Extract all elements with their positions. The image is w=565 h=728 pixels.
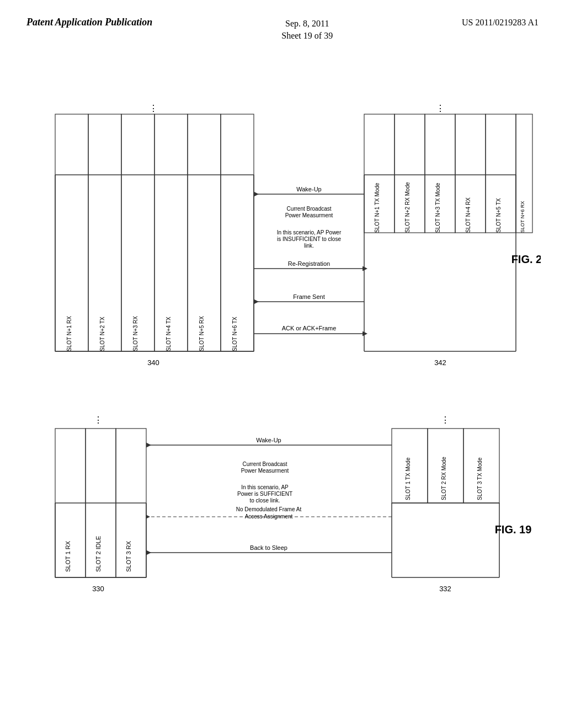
publication-title: Patent Application Publication — [26, 15, 152, 29]
svg-rect-28 — [221, 114, 254, 351]
svg-text:Access Assignment: Access Assignment — [245, 513, 293, 520]
re-reg-label: Re-Registration — [288, 260, 330, 267]
slotn4r-label: SLOT N+4 RX — [465, 197, 471, 232]
wakeup-label-20: Wake-Up — [296, 186, 321, 192]
svg-rect-23 — [55, 114, 88, 351]
frame-sent-label: Frame Sent — [293, 293, 324, 300]
svg-text:is INSUFFICIENT to close: is INSUFFICIENT to close — [277, 236, 341, 242]
svg-text:⋮: ⋮ — [94, 415, 103, 425]
cbpm-label-20: Current Broadcast — [286, 206, 331, 212]
svg-text:to close link.: to close link. — [249, 497, 280, 504]
slotn3-label: SLOT N+3 RX — [132, 315, 138, 351]
slotn5-label: SLOT N+5 RX — [199, 315, 205, 351]
svg-text:⋮: ⋮ — [441, 415, 450, 425]
slotn3r-label: SLOT N+3 TX Mode — [435, 183, 441, 233]
slot1-label: SLOT 1 RX — [65, 540, 71, 572]
slot2r-label: SLOT 2 RX Mode — [441, 457, 447, 500]
ref-330: 330 — [92, 585, 104, 593]
back-to-sleep-label: Back to Sleep — [250, 544, 287, 551]
main-content: SLOT 1 RX SLOT 2 IDLE SLOT 3 RX SLOT 1 T… — [0, 48, 565, 721]
no-demod-label: No Demodulated Frame At — [236, 506, 302, 512]
page-header: Patent Application Publication Sep. 8, 2… — [0, 0, 565, 48]
wakeup-label-19: Wake-Up — [256, 437, 281, 443]
header-date: Sep. 8, 2011 — [281, 18, 333, 30]
slot2-label: SLOT 2 IDLE — [95, 536, 102, 572]
slotn4-label: SLOT N+4 TX — [166, 317, 172, 351]
svg-rect-24 — [88, 114, 121, 351]
slot1r-label: SLOT 1 TX Mode — [405, 457, 411, 500]
svg-rect-26 — [154, 114, 188, 351]
ack-label: ACK or ACK+Frame — [282, 325, 337, 331]
svg-rect-25 — [121, 114, 154, 351]
header-sheet: Sheet 19 of 39 — [281, 30, 333, 42]
slotn2-label: SLOT N+2 TX — [99, 317, 105, 351]
fig19-label: FIG. 19 — [495, 523, 532, 536]
ref-340: 340 — [147, 358, 159, 367]
slot3r-label: SLOT 3 TX Mode — [477, 457, 483, 500]
slotn6r-label: SLOT N+6 RX — [520, 201, 525, 233]
fig20-label: FIG. 20 — [511, 253, 541, 265]
svg-text:Power Measurment: Power Measurment — [241, 468, 289, 474]
slot3-label: SLOT 3 RX — [125, 540, 132, 572]
svg-text:⋮: ⋮ — [436, 104, 445, 113]
scenario-note-19: In this scenario, AP — [241, 484, 289, 490]
slotn1r-label: SLOT N+1 TX Mode — [374, 183, 380, 233]
svg-text:link.: link. — [304, 243, 314, 249]
ref-342: 342 — [434, 358, 446, 367]
slotn5r-label: SLOT N+5 TX — [495, 198, 502, 233]
scenario-note-20: In this scenario, AP Power — [277, 229, 342, 235]
svg-text:⋮: ⋮ — [149, 104, 158, 113]
ref-332: 332 — [439, 585, 451, 593]
svg-text:Power is SUFFICIENT: Power is SUFFICIENT — [237, 491, 292, 497]
svg-rect-27 — [188, 114, 221, 351]
header-center: Sep. 8, 2011 Sheet 19 of 39 — [281, 15, 333, 42]
slotn1-label: SLOT N+1 RX — [66, 315, 72, 351]
diagram-svg: SLOT 1 RX SLOT 2 IDLE SLOT 3 RX SLOT 1 T… — [17, 53, 541, 715]
svg-text:Power Measurment: Power Measurment — [285, 212, 333, 218]
cbpm-label-19: Current Broadcast — [242, 461, 287, 467]
slotn2r-label: SLOT N+2 RX Mode — [404, 182, 411, 233]
slotn6-label: SLOT N+6 TX — [232, 317, 238, 351]
header-patent-number: US 2011/0219283 A1 — [462, 15, 539, 28]
